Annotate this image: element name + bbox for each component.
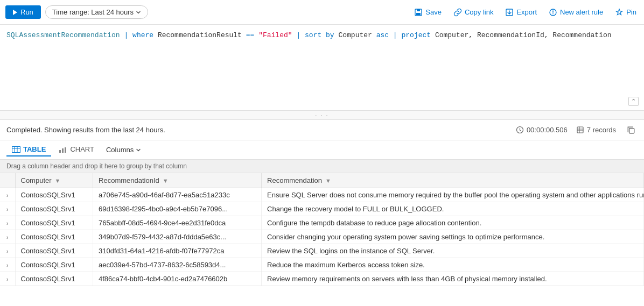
row-rec-id-2: 765abbff-08d5-4694-9ce4-ee2d31fe0dca bbox=[93, 216, 262, 230]
copy-link-button[interactable]: Copy link bbox=[451, 6, 495, 18]
tab-chart[interactable]: CHART bbox=[53, 143, 100, 156]
toolbar-actions: Save Copy link Export New alert rule Pin bbox=[412, 6, 639, 18]
tab-table[interactable]: TABLE bbox=[6, 143, 51, 156]
new-alert-rule-button[interactable]: New alert rule bbox=[547, 6, 605, 18]
row-rec-id-6: 4f86ca74-bbf0-4cb4-901c-ed2a7476602b bbox=[93, 272, 262, 286]
row-expand-4[interactable]: › bbox=[0, 244, 15, 258]
play-icon bbox=[13, 10, 17, 15]
row-computer-3: ContosoSQLSrv1 bbox=[15, 230, 93, 244]
export-button[interactable]: Export bbox=[503, 6, 539, 18]
query-editor[interactable]: SQLAssessmentRecommendation | where Reco… bbox=[0, 25, 644, 111]
row-expand-3[interactable]: › bbox=[0, 230, 15, 244]
row-rec-id-0: a706e745-a90d-46af-8d77-ea5ac51a233c bbox=[93, 188, 262, 202]
tab-table-label: TABLE bbox=[23, 145, 46, 153]
table-row[interactable]: ›ContosoSQLSrv14f86ca74-bbf0-4cb4-901c-e… bbox=[0, 272, 644, 286]
run-label: Run bbox=[20, 8, 33, 16]
expand-arrow: › bbox=[6, 262, 8, 268]
expand-arrow: › bbox=[6, 248, 8, 254]
row-rec-id-5: aec039e4-57bd-4737-8632-6c58593d4... bbox=[93, 258, 262, 272]
filter-rec-icon[interactable]: ▼ bbox=[325, 177, 331, 184]
table-row[interactable]: ›ContosoSQLSrv1a706e745-a90d-46af-8d77-e… bbox=[0, 188, 644, 202]
row-rec-id-4: 310dfd31-64a1-4216-afdb-f07fe77972ca bbox=[93, 244, 262, 258]
row-recommendation-0: Ensure SQL Server does not consume memor… bbox=[262, 188, 644, 202]
table-row[interactable]: ›ContosoSQLSrv1aec039e4-57bd-4737-8632-6… bbox=[0, 258, 644, 272]
view-tabs: TABLE CHART Columns bbox=[0, 140, 644, 160]
row-computer-2: ContosoSQLSrv1 bbox=[15, 216, 93, 230]
copy-link-label: Copy link bbox=[465, 8, 493, 16]
expand-arrow: › bbox=[6, 276, 8, 282]
row-recommendation-2: Configure the tempdb database to reduce … bbox=[262, 216, 644, 230]
row-computer-6: ContosoSQLSrv1 bbox=[15, 272, 93, 286]
new-alert-rule-label: New alert rule bbox=[560, 8, 603, 16]
tab-chart-label: CHART bbox=[70, 145, 94, 153]
results-table: Computer ▼ RecommendationId ▼ Recommenda… bbox=[0, 173, 644, 286]
row-expand-6[interactable]: › bbox=[0, 272, 15, 286]
col-header-recommendation[interactable]: Recommendation ▼ bbox=[262, 173, 644, 188]
row-expand-2[interactable]: › bbox=[0, 216, 15, 230]
table-row[interactable]: ›ContosoSQLSrv1310dfd31-64a1-4216-afdb-f… bbox=[0, 244, 644, 258]
svg-rect-8 bbox=[12, 146, 20, 152]
row-recommendation-1: Change the recovery model to FULL or BUL… bbox=[262, 202, 644, 216]
duration-metric: 00:00:00.506 bbox=[516, 126, 568, 134]
row-recommendation-5: Reduce the maximum Kerberos access token… bbox=[262, 258, 644, 272]
filter-computer-icon[interactable]: ▼ bbox=[55, 177, 61, 184]
query-text: SQLAssessmentRecommendation | where Reco… bbox=[6, 30, 638, 41]
status-bar: Completed. Showing results from the last… bbox=[0, 120, 644, 140]
row-computer-4: ContosoSQLSrv1 bbox=[15, 244, 93, 258]
new-alert-icon bbox=[549, 8, 557, 17]
table-body: ›ContosoSQLSrv1a706e745-a90d-46af-8d77-e… bbox=[0, 188, 644, 286]
row-recommendation-4: Review the SQL logins on the instance of… bbox=[262, 244, 644, 258]
table-row[interactable]: ›ContosoSQLSrv1765abbff-08d5-4694-9ce4-e… bbox=[0, 216, 644, 230]
svg-rect-1 bbox=[417, 9, 420, 11]
chevron-down-icon bbox=[136, 10, 141, 15]
col-header-computer[interactable]: Computer ▼ bbox=[15, 173, 93, 188]
table-header: Computer ▼ RecommendationId ▼ Recommenda… bbox=[0, 173, 644, 188]
row-computer-1: ContosoSQLSrv1 bbox=[15, 202, 93, 216]
row-recommendation-3: Consider changing your operating system … bbox=[262, 230, 644, 244]
row-expand-5[interactable]: › bbox=[0, 258, 15, 272]
svg-rect-14 bbox=[65, 147, 66, 153]
save-button[interactable]: Save bbox=[412, 6, 444, 18]
columns-chevron-icon bbox=[136, 147, 141, 153]
time-range-label: Time range: Last 24 hours bbox=[52, 8, 134, 16]
time-range-button[interactable]: Time range: Last 24 hours bbox=[45, 5, 148, 19]
run-button[interactable]: Run bbox=[5, 5, 41, 19]
export-icon bbox=[505, 8, 514, 17]
columns-label: Columns bbox=[106, 146, 134, 154]
chart-icon bbox=[59, 146, 67, 153]
row-expand-0[interactable]: › bbox=[0, 188, 15, 202]
results-table-container[interactable]: Computer ▼ RecommendationId ▼ Recommenda… bbox=[0, 173, 644, 286]
row-computer-0: ContosoSQLSrv1 bbox=[15, 188, 93, 202]
pin-button[interactable]: Pin bbox=[613, 6, 639, 18]
columns-button[interactable]: Columns bbox=[102, 144, 145, 156]
col-header-recommendation-id[interactable]: RecommendationId ▼ bbox=[93, 173, 262, 188]
resize-handle[interactable]: · · · bbox=[0, 111, 644, 120]
toolbar: Run Time range: Last 24 hours Save Copy … bbox=[0, 0, 644, 25]
row-rec-id-3: 349b07d9-f579-4432-a87d-fddda5e63c... bbox=[93, 230, 262, 244]
collapse-editor-button[interactable]: ⌃ bbox=[628, 97, 639, 106]
expand-arrow: › bbox=[6, 220, 8, 226]
row-expand-1[interactable]: › bbox=[0, 202, 15, 216]
records-icon bbox=[576, 126, 584, 134]
records-count: 7 records bbox=[587, 126, 616, 134]
drag-hint-text: Drag a column header and drop it here to… bbox=[6, 162, 187, 170]
save-icon bbox=[414, 8, 423, 17]
row-rec-id-1: 69d16398-f295-4bc0-a9c4-eb5b7e7096... bbox=[93, 202, 262, 216]
svg-rect-13 bbox=[62, 148, 64, 153]
drag-hint-bar: Drag a column header and drop it here to… bbox=[0, 160, 644, 173]
filter-rec-id-icon[interactable]: ▼ bbox=[163, 177, 169, 184]
svg-rect-7 bbox=[629, 128, 634, 133]
export-label: Export bbox=[516, 8, 537, 16]
copy-icon bbox=[627, 126, 635, 134]
expand-arrow: › bbox=[6, 207, 8, 212]
row-computer-5: ContosoSQLSrv1 bbox=[15, 258, 93, 272]
drag-dots: · · · bbox=[315, 112, 328, 118]
pin-icon bbox=[615, 8, 624, 17]
save-label: Save bbox=[425, 8, 442, 16]
copy-results-button[interactable] bbox=[625, 126, 638, 134]
duration-value: 00:00:00.506 bbox=[527, 126, 568, 134]
expand-arrow: › bbox=[6, 193, 8, 198]
table-row[interactable]: ›ContosoSQLSrv169d16398-f295-4bc0-a9c4-e… bbox=[0, 202, 644, 216]
copy-link-icon bbox=[453, 8, 462, 17]
table-row[interactable]: ›ContosoSQLSrv1349b07d9-f579-4432-a87d-f… bbox=[0, 230, 644, 244]
